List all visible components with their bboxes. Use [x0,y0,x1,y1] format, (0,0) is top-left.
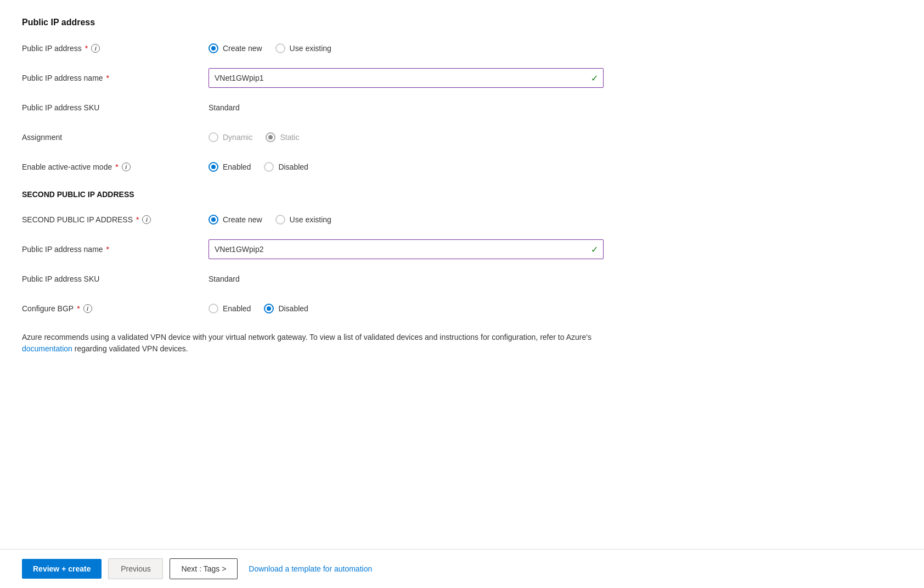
checkmark-ip-name-2: ✓ [591,244,598,255]
section2: SECOND PUBLIC IP ADDRESS SECOND PUBLIC I… [22,190,902,318]
label-public-ip-sku: Public IP address SKU [22,103,209,112]
section1: Public IP address Public IP address * i … [22,18,902,177]
radio-label-create-new-1: Create new [223,44,262,53]
row-configure-bgp: Configure BGP * i Enabled Disabled [22,299,902,318]
input-wrapper-ip-name-1: ✓ [209,68,604,88]
radio-dynamic[interactable]: Dynamic [209,132,252,142]
row-second-ip-sku: Public IP address SKU Standard [22,269,902,289]
page-container: Public IP address Public IP address * i … [0,0,924,588]
radio-label-bgp-disabled: Disabled [278,304,308,313]
control-assignment: Dynamic Static [209,132,902,142]
info-text-prefix: Azure recommends using a validated VPN d… [22,333,591,341]
radio-label-static: Static [280,133,299,142]
required-star-3: * [115,163,118,171]
radio-circle-bgp-disabled [264,304,274,313]
required-star-2: * [106,74,109,82]
label-active-active: Enable active-active mode * i [22,163,209,171]
value-second-ip-sku: Standard [209,275,240,283]
review-create-button[interactable]: Review + create [22,559,102,579]
input-ip-name-2[interactable] [209,239,604,259]
radio-group-second-ip: Create new Use existing [209,215,331,225]
radio-circle-bgp-enabled [209,304,218,313]
radio-bgp-disabled[interactable]: Disabled [264,304,308,313]
input-ip-name-1[interactable] [209,68,604,88]
radio-use-existing-2[interactable]: Use existing [275,215,331,225]
control-second-ip-name: ✓ [209,239,902,259]
radio-group-public-ip: Create new Use existing [209,43,331,53]
row-second-ip-name: Public IP address name * ✓ [22,239,902,259]
content-area: Public IP address Public IP address * i … [0,0,924,549]
row-second-public-ip: SECOND PUBLIC IP ADDRESS * i Create new … [22,210,902,229]
radio-group-assignment: Dynamic Static [209,132,299,142]
required-star-6: * [77,304,80,313]
radio-label-enabled-1: Enabled [223,163,251,171]
radio-circle-enabled-1 [209,162,218,172]
radio-group-active-active: Enabled Disabled [209,162,308,172]
radio-circle-create-new-2 [209,215,218,225]
info-text-block: Azure recommends using a validated VPN d… [22,332,626,355]
radio-create-new-1[interactable]: Create new [209,43,262,53]
radio-label-use-existing-1: Use existing [290,44,331,53]
input-wrapper-ip-name-2: ✓ [209,239,604,259]
info-icon-bgp[interactable]: i [83,304,92,313]
radio-circle-use-existing-1 [275,43,285,53]
previous-button[interactable]: Previous [108,558,163,579]
required-star-4: * [136,215,139,224]
next-button[interactable]: Next : Tags > [170,558,238,579]
row-assignment: Assignment Dynamic Static [22,127,902,147]
radio-disabled-1[interactable]: Disabled [264,162,308,172]
control-second-ip-sku: Standard [209,275,902,283]
control-second-public-ip: Create new Use existing [209,215,902,225]
value-public-ip-sku: Standard [209,103,240,112]
label-configure-bgp: Configure BGP * i [22,304,209,313]
download-template-link[interactable]: Download a template for automation [244,559,376,579]
radio-label-use-existing-2: Use existing [290,215,331,224]
required-star-1: * [85,44,88,53]
radio-enabled-1[interactable]: Enabled [209,162,251,172]
control-public-ip-name: ✓ [209,68,902,88]
radio-circle-create-new-1 [209,43,218,53]
radio-use-existing-1[interactable]: Use existing [275,43,331,53]
label-second-ip-name: Public IP address name * [22,245,209,254]
checkmark-ip-name-1: ✓ [591,73,598,83]
label-public-ip-name: Public IP address name * [22,74,209,82]
radio-static[interactable]: Static [266,132,299,142]
row-public-ip-name: Public IP address name * ✓ [22,68,902,88]
label-public-ip-address: Public IP address * i [22,44,209,53]
radio-circle-use-existing-2 [275,215,285,225]
info-icon-second-ip[interactable]: i [142,215,151,224]
radio-label-dynamic: Dynamic [223,133,252,142]
row-public-ip-sku: Public IP address SKU Standard [22,98,902,117]
section1-title: Public IP address [22,18,902,27]
radio-circle-static [266,132,275,142]
label-second-public-ip: SECOND PUBLIC IP ADDRESS * i [22,215,209,224]
bottom-bar: Review + create Previous Next : Tags > D… [0,549,924,588]
info-icon-active-active[interactable]: i [122,163,131,171]
control-public-ip-address: Create new Use existing [209,43,902,53]
radio-group-bgp: Enabled Disabled [209,304,308,313]
radio-bgp-enabled[interactable]: Enabled [209,304,251,313]
control-public-ip-sku: Standard [209,103,902,112]
documentation-link[interactable]: documentation [22,344,72,353]
radio-create-new-2[interactable]: Create new [209,215,262,225]
radio-circle-disabled-1 [264,162,274,172]
radio-label-disabled-1: Disabled [278,163,308,171]
row-public-ip-address: Public IP address * i Create new Use exi… [22,38,902,58]
section2-title: SECOND PUBLIC IP ADDRESS [22,190,902,199]
radio-circle-dynamic [209,132,218,142]
required-star-5: * [106,245,109,254]
row-active-active: Enable active-active mode * i Enabled Di… [22,157,902,177]
info-text-suffix: regarding validated VPN devices. [72,344,188,353]
control-configure-bgp: Enabled Disabled [209,304,902,313]
radio-label-create-new-2: Create new [223,215,262,224]
label-assignment: Assignment [22,133,209,142]
info-icon-public-ip[interactable]: i [91,44,100,53]
control-active-active: Enabled Disabled [209,162,902,172]
label-second-ip-sku: Public IP address SKU [22,275,209,283]
radio-label-bgp-enabled: Enabled [223,304,251,313]
